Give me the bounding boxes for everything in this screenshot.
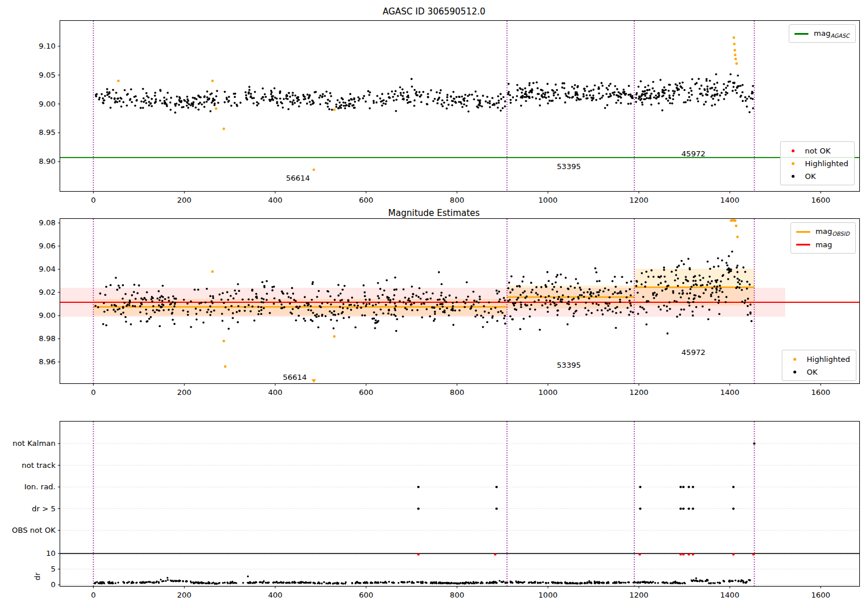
- x-tick-label: 800: [437, 388, 477, 397]
- y-tick-label: 8.96: [3, 357, 56, 367]
- plot1-agasc-mag[interactable]: magAGASCnot OKHighlightedOK: [60, 20, 860, 192]
- dr-tick-label: 10: [3, 549, 56, 558]
- legend-label: magOBSID: [815, 227, 849, 237]
- x-tick-label: 1000: [528, 196, 568, 205]
- x-tick-label: 400: [255, 196, 296, 205]
- x-tick-label: 200: [164, 196, 204, 205]
- x-tick-label: 200: [164, 591, 204, 600]
- legend-label: not OK: [805, 146, 830, 155]
- dr-tick-label: 0: [3, 580, 56, 589]
- obsid-annotation: 45972: [682, 149, 705, 158]
- y-tick-label: 9.08: [3, 218, 56, 228]
- y-tick-label: 9.05: [3, 71, 56, 80]
- plot2-title: Magnitude Estimates: [0, 208, 868, 218]
- y-tick-label: 9.00: [3, 100, 56, 109]
- legend-item: Highlighted: [785, 157, 848, 170]
- x-tick-label: 400: [255, 591, 296, 600]
- x-tick-label: 0: [73, 591, 113, 600]
- y-tick-label: 9.02: [3, 288, 56, 297]
- legend-item: OK: [787, 365, 850, 378]
- flag-category-label: not Kalman: [3, 439, 56, 448]
- plot1-title: AGASC ID 306590512.0: [0, 6, 868, 17]
- x-tick-label: 800: [437, 196, 477, 205]
- x-tick-label: 1200: [619, 388, 659, 397]
- obsid-annotation: 53395: [557, 361, 580, 369]
- legend-label: OK: [805, 172, 816, 181]
- legend-label: Highlighted: [807, 355, 850, 364]
- y-tick-label: 8.90: [3, 157, 56, 166]
- legend-dot-swatch: [787, 371, 802, 373]
- obsid-annotation: 53395: [557, 162, 580, 171]
- x-tick-label: 600: [346, 591, 387, 600]
- legend-label: mag: [815, 240, 832, 249]
- plot3-canvas: [60, 422, 859, 586]
- x-tick-label: 1600: [800, 388, 841, 397]
- x-tick-label: 1400: [709, 388, 750, 397]
- plot3-flags-dr[interactable]: [60, 421, 860, 587]
- flag-category-label: not track: [3, 461, 56, 470]
- legend-top-right[interactable]: magAGASC: [789, 24, 856, 43]
- legend-item: mag: [796, 238, 849, 251]
- x-tick-label: 200: [164, 388, 204, 397]
- legend-label: OK: [807, 368, 818, 376]
- x-tick-label: 0: [73, 388, 113, 397]
- x-tick-label: 1000: [528, 591, 568, 600]
- legend-item: magOBSID: [796, 225, 849, 238]
- legend-item: OK: [785, 170, 848, 182]
- obsid-annotation: 45972: [682, 348, 705, 357]
- legend-line-swatch: [796, 231, 811, 233]
- legend-label: Highlighted: [805, 159, 848, 168]
- legend-top-right[interactable]: magOBSIDmag: [790, 222, 856, 254]
- legend-dot-swatch: [785, 175, 800, 178]
- flag-category-label: dr > 5: [3, 504, 56, 514]
- x-tick-label: 1200: [619, 591, 659, 600]
- y-tick-label: 9.04: [3, 265, 56, 274]
- y-tick-label: 9.10: [3, 42, 56, 51]
- y-tick-label: 9.06: [3, 241, 56, 251]
- dr-tick-label: 5: [3, 565, 56, 574]
- x-tick-label: 400: [255, 388, 296, 397]
- legend-dot-swatch: [785, 162, 800, 165]
- obsid-annotation: 56614: [286, 174, 310, 182]
- legend-bottom-right[interactable]: not OKHighlightedOK: [780, 141, 855, 185]
- legend-bottom-right[interactable]: HighlightedOK: [782, 350, 856, 381]
- x-tick-label: 1600: [800, 196, 841, 205]
- x-tick-label: 1400: [709, 591, 750, 600]
- x-tick-label: 800: [437, 591, 477, 600]
- x-tick-label: 0: [73, 196, 113, 205]
- dr-axis-label: dr: [33, 573, 42, 581]
- x-tick-label: 1000: [528, 388, 568, 397]
- legend-line-swatch: [794, 33, 809, 35]
- legend-item: not OK: [785, 144, 848, 157]
- figure-canvas: AGASC ID 306590512.0 magAGASCnot OKHighl…: [0, 0, 868, 608]
- legend-label: magAGASC: [814, 29, 849, 39]
- legend-dot-swatch: [787, 358, 802, 361]
- x-tick-label: 600: [346, 196, 387, 205]
- obsid-annotation: 56614: [283, 373, 307, 382]
- y-tick-label: 8.95: [3, 128, 56, 137]
- y-tick-label: 8.98: [3, 334, 56, 343]
- x-tick-label: 1600: [800, 591, 841, 600]
- legend-dot-swatch: [785, 149, 800, 152]
- legend-item: magAGASC: [794, 27, 849, 40]
- plot2-canvas: [60, 219, 859, 383]
- plot2-magnitude-estimates[interactable]: magOBSIDmagHighlightedOK: [60, 218, 860, 384]
- y-tick-label: 9.00: [3, 311, 56, 320]
- legend-line-swatch: [796, 244, 811, 246]
- flag-category-label: OBS not OK: [3, 526, 56, 535]
- legend-item: Highlighted: [787, 353, 850, 365]
- x-tick-label: 1200: [619, 196, 659, 205]
- x-tick-label: 1400: [709, 196, 750, 205]
- flag-category-label: Ion. rad.: [3, 482, 56, 492]
- x-tick-label: 600: [346, 388, 387, 397]
- plot1-canvas: [60, 21, 859, 191]
